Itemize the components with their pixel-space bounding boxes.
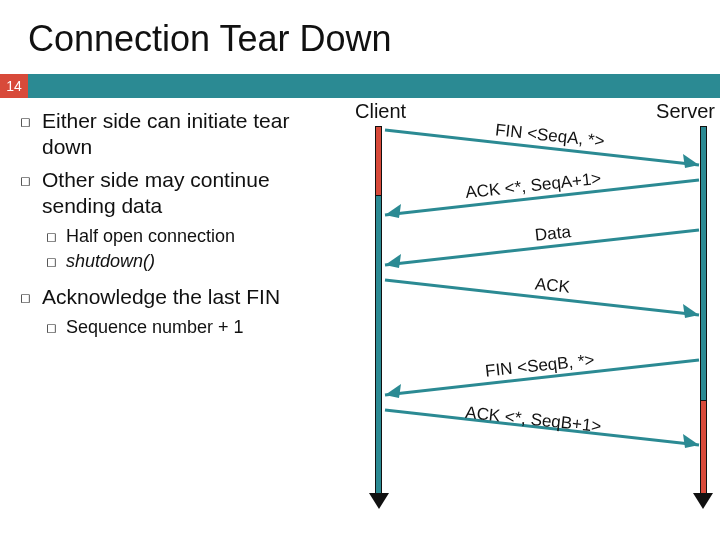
bullet-text: Either side can initiate tear down	[42, 108, 340, 161]
bullet-icon: ◻	[20, 284, 42, 310]
arrow-down-icon	[693, 493, 713, 509]
sub-bullet-item: ◻ shutdown()	[46, 250, 340, 273]
client-label: Client	[355, 100, 406, 123]
sub-bullet-item: ◻ Sequence number + 1	[46, 316, 340, 339]
message-arrow: FIN <SeqB, *>	[385, 360, 699, 361]
server-label: Server	[656, 100, 715, 123]
bullet-text: Acknowledge the last FIN	[42, 284, 340, 310]
message-label: Data	[534, 222, 572, 246]
bullet-text: shutdown()	[66, 250, 340, 273]
slide-body: ◻ Either side can initiate tear down ◻ O…	[0, 98, 720, 339]
slide-title: Connection Tear Down	[0, 0, 720, 74]
server-lifeline-active	[700, 400, 707, 496]
bullet-text: Half open connection	[66, 225, 340, 248]
message-arrow: ACK <*, SeqA+1>	[385, 180, 699, 181]
message-arrow: FIN <SeqA, *>	[385, 130, 699, 131]
bullet-icon: ◻	[46, 250, 66, 273]
message-arrow: ACK	[385, 280, 699, 281]
bullet-text: Sequence number + 1	[66, 316, 340, 339]
client-lifeline-active	[375, 126, 382, 196]
arrow-down-icon	[369, 493, 389, 509]
bullet-icon: ◻	[20, 167, 42, 220]
bullet-text: Other side may continue sending data	[42, 167, 340, 220]
bullet-icon: ◻	[20, 108, 42, 161]
bullet-item: ◻ Other side may continue sending data	[20, 167, 340, 220]
bullet-item: ◻ Either side can initiate tear down	[20, 108, 340, 161]
message-arrow: ACK <*, SeqB+1>	[385, 410, 699, 411]
message-arrow: Data	[385, 230, 699, 231]
bullet-icon: ◻	[46, 316, 66, 339]
bullet-list: ◻ Either side can initiate tear down ◻ O…	[0, 108, 340, 339]
sequence-diagram: Client Server FIN <SeqA, *> ACK <*, SeqA…	[355, 100, 715, 520]
sub-bullet-item: ◻ Half open connection	[46, 225, 340, 248]
bullet-item: ◻ Acknowledge the last FIN	[20, 284, 340, 310]
bullet-icon: ◻	[46, 225, 66, 248]
message-label: ACK	[534, 274, 571, 298]
page-number-badge: 14	[0, 74, 28, 98]
accent-bar: 14	[0, 74, 720, 98]
